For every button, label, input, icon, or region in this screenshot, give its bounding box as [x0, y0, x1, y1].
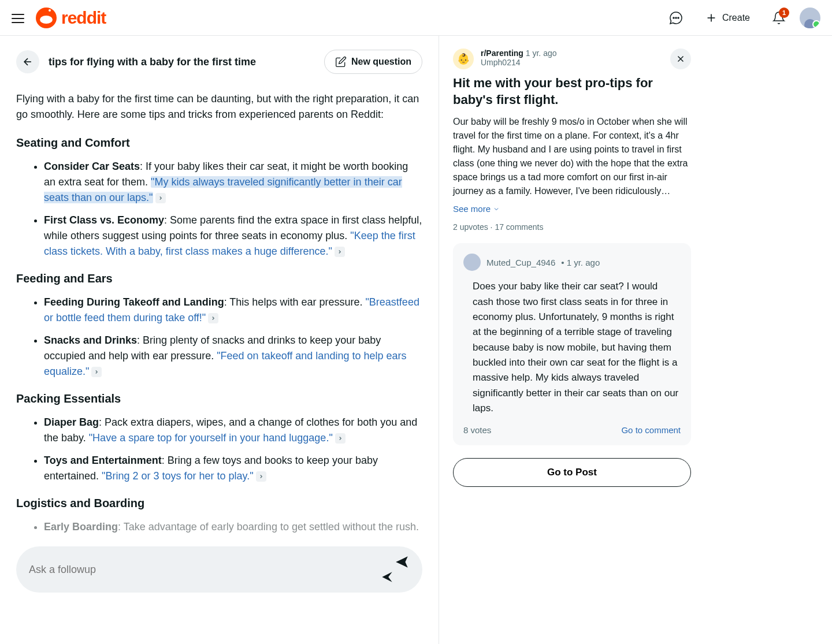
- create-label: Create: [722, 13, 750, 23]
- menu-icon[interactable]: [12, 11, 25, 25]
- answers-panel: tips for flying with a baby for the firs…: [0, 36, 439, 644]
- new-question-button[interactable]: New question: [324, 50, 422, 74]
- create-button[interactable]: Create: [697, 7, 758, 29]
- notifications-icon[interactable]: 1: [767, 6, 790, 29]
- section-title: Logistics and Boarding: [16, 497, 422, 510]
- tip-item: Consider Car Seats: If your baby likes t…: [44, 159, 422, 206]
- reddit-logo[interactable]: reddit: [36, 8, 106, 28]
- tip-item: Diaper Bag: Pack extra diapers, wipes, a…: [44, 415, 422, 446]
- tip-list: Feeding During Takeoff and Landing: This…: [16, 295, 422, 379]
- chevron-right-icon[interactable]: [256, 471, 266, 482]
- answers-header: tips for flying with a baby for the firs…: [16, 50, 422, 74]
- back-button[interactable]: [16, 50, 39, 73]
- tip-bold: Snacks and Drinks: [44, 334, 137, 346]
- tip-item: First Class vs. Economy: Some parents fi…: [44, 213, 422, 259]
- chevron-right-icon[interactable]: [208, 313, 218, 323]
- chevron-right-icon[interactable]: [155, 193, 166, 203]
- svg-point-2: [678, 17, 679, 18]
- tip-item: Snacks and Drinks: Bring plenty of snack…: [44, 333, 422, 379]
- comment-footer: 8 votes Go to comment: [463, 425, 681, 435]
- tip-bold: Early Boarding: [44, 521, 118, 533]
- go-to-post-button[interactable]: Go to Post: [453, 458, 691, 487]
- see-more-link[interactable]: See more: [453, 204, 500, 214]
- quote-link[interactable]: "My kids always traveled significantly b…: [44, 176, 402, 203]
- chevron-right-icon[interactable]: [91, 367, 102, 377]
- chevron-right-icon[interactable]: [335, 433, 346, 444]
- post-body: Our baby will be freshly 9 mos/o in Octo…: [453, 115, 691, 198]
- tip-list: Early Boarding: Take advantage of early …: [16, 519, 422, 535]
- svg-point-1: [675, 17, 677, 18]
- edit-icon: [335, 56, 347, 68]
- header-left: reddit: [12, 8, 106, 28]
- send-button[interactable]: [395, 554, 410, 585]
- query-title: tips for flying with a baby for the firs…: [49, 56, 315, 68]
- close-icon: [675, 54, 686, 64]
- main-content: tips for flying with a baby for the firs…: [0, 36, 832, 644]
- arrow-left-icon: [22, 56, 34, 68]
- followup-container: [16, 546, 422, 593]
- quote-link[interactable]: "Have a spare top for yourself in your h…: [89, 432, 333, 444]
- post-panel: 👶 r/Parenting 1 yr. ago Umph0214 Hit me …: [439, 36, 705, 644]
- new-question-label: New question: [351, 57, 411, 67]
- tip-bold: Consider Car Seats: [44, 161, 140, 172]
- notification-badge: 1: [779, 8, 789, 18]
- post-title: Hit me with your best pro-tips for baby'…: [453, 75, 691, 108]
- comment-header: Muted_Cup_4946 • 1 yr. ago: [463, 254, 681, 271]
- tip-item: Feeding During Takeoff and Landing: This…: [44, 295, 422, 326]
- quote-link[interactable]: "Keep the first class tickets. With a ba…: [44, 230, 415, 257]
- plus-icon: [705, 12, 718, 24]
- upvote-count: 2 upvotes: [453, 222, 488, 232]
- post-meta: r/Parenting 1 yr. ago Umph0214: [481, 49, 557, 67]
- tip-bold: Toys and Entertainment: [44, 455, 162, 466]
- tip-list: Diaper Bag: Pack extra diapers, wipes, a…: [16, 415, 422, 484]
- logo-text: reddit: [61, 8, 106, 28]
- comment-card: Muted_Cup_4946 • 1 yr. ago Does your bab…: [453, 243, 691, 445]
- post-age: 1 yr. ago: [526, 49, 557, 58]
- section-title: Feeding and Ears: [16, 272, 422, 285]
- svg-point-0: [673, 17, 674, 18]
- chat-icon[interactable]: [664, 6, 688, 29]
- tip-item: Early Boarding: Take advantage of early …: [44, 519, 422, 535]
- tip-bold: Feeding During Takeoff and Landing: [44, 296, 224, 308]
- section-title: Seating and Comfort: [16, 136, 422, 150]
- subreddit-name[interactable]: r/Parenting: [481, 49, 523, 58]
- quote-link[interactable]: "Bring 2 or 3 toys for her to play.": [102, 470, 254, 482]
- user-avatar[interactable]: [800, 8, 820, 28]
- comment-count: 17 comments: [495, 222, 543, 232]
- top-header: reddit Create 1: [0, 0, 832, 36]
- tip-list: Consider Car Seats: If your baby likes t…: [16, 159, 422, 259]
- comment-age: • 1 yr. ago: [561, 258, 600, 267]
- tip-bold: First Class vs. Economy: [44, 214, 164, 226]
- header-right: Create 1: [664, 6, 820, 29]
- chevron-down-icon: [493, 206, 500, 213]
- comment-user[interactable]: Muted_Cup_4946: [486, 258, 555, 267]
- send-icon: [395, 554, 410, 569]
- followup-input[interactable]: [29, 564, 395, 576]
- tip-item: Toys and Entertainment: Bring a few toys…: [44, 453, 422, 484]
- post-stats: 2 upvotes · 17 comments: [453, 222, 691, 232]
- section-title: Packing Essentials: [16, 392, 422, 405]
- intro-text: Flying with a baby for the first time ca…: [16, 91, 422, 122]
- post-header: 👶 r/Parenting 1 yr. ago Umph0214: [453, 49, 691, 69]
- snoo-icon: [36, 8, 57, 28]
- close-button[interactable]: [670, 49, 691, 69]
- comment-votes: 8 votes: [463, 425, 491, 435]
- comment-avatar[interactable]: [463, 254, 481, 271]
- go-to-comment-link[interactable]: Go to comment: [621, 425, 681, 435]
- subreddit-icon[interactable]: 👶: [453, 49, 474, 69]
- chevron-right-icon[interactable]: [335, 247, 345, 257]
- post-author[interactable]: Umph0214: [481, 58, 557, 67]
- comment-body: Does your baby like their car seat? I wo…: [463, 279, 681, 416]
- tip-bold: Diaper Bag: [44, 416, 99, 428]
